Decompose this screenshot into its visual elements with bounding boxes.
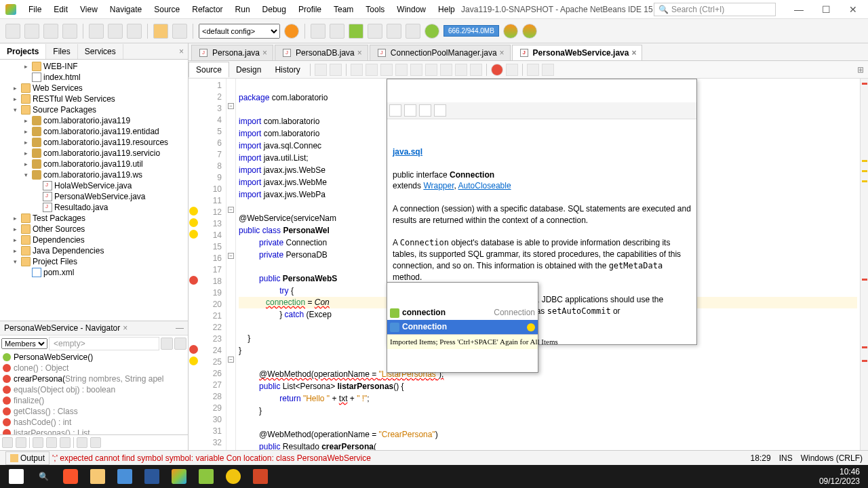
ed-tool-1[interactable] — [351, 64, 363, 76]
tab-close-icon[interactable]: × — [500, 48, 505, 58]
javadoc-package-link[interactable]: java.sql — [393, 147, 422, 157]
navigator-members-list[interactable]: PersonaWebService()clone() : Objectcrear… — [0, 352, 188, 434]
nav-tool-1[interactable] — [2, 437, 13, 448]
ed-record-macro[interactable] — [491, 64, 503, 76]
ed-nav-back[interactable] — [315, 64, 327, 76]
menu-tools[interactable]: Tools — [360, 2, 390, 17]
nav-member[interactable]: PersonaWebService() — [0, 352, 188, 363]
new-file-button[interactable] — [5, 24, 20, 39]
ed-tool-3[interactable] — [380, 64, 393, 76]
save-all-button[interactable] — [62, 24, 77, 39]
nav-member[interactable]: finalize() — [0, 395, 188, 406]
fold-gutter[interactable]: − − − − — [226, 79, 236, 450]
warning-mark[interactable] — [862, 170, 867, 172]
clean-build-button[interactable] — [330, 24, 344, 39]
task-brave[interactable] — [57, 466, 84, 487]
menu-navigate[interactable]: Navigate — [104, 2, 147, 17]
profile-button[interactable] — [387, 24, 401, 39]
menu-file[interactable]: File — [23, 2, 47, 17]
fold-toggle[interactable]: − — [228, 103, 234, 109]
minimize-button[interactable]: — — [789, 4, 808, 15]
close-panel-icon[interactable]: × — [175, 47, 188, 56]
nav-member[interactable]: hashCode() : int — [0, 417, 188, 428]
system-clock[interactable]: 10:46 09/12/2023 — [819, 467, 865, 487]
hint-bulb-icon[interactable] — [189, 357, 198, 365]
source-tab[interactable]: Source — [189, 62, 229, 77]
task-app1[interactable] — [111, 466, 138, 487]
tree-item[interactable]: ▸Java Dependencies — [0, 245, 188, 256]
open-project-button[interactable] — [43, 24, 58, 39]
fold-toggle[interactable]: − — [228, 253, 234, 259]
tree-item[interactable]: ▸com.laboratorio.java119 — [0, 115, 188, 126]
history-tab[interactable]: History — [268, 62, 307, 77]
search-button[interactable]: 🔍 — [30, 466, 57, 487]
tree-item[interactable]: ▸Other Sources — [0, 224, 188, 235]
run-button[interactable] — [349, 24, 363, 39]
hint-bulb-icon[interactable] — [189, 218, 198, 227]
undo-button[interactable] — [153, 24, 168, 39]
tree-item[interactable]: ▸Web Services — [0, 83, 188, 94]
nav-member[interactable]: clone() : Object — [0, 363, 188, 373]
design-tab[interactable]: Design — [229, 62, 268, 77]
ed-tool-2[interactable] — [366, 64, 378, 76]
hint-bulb-icon[interactable] — [189, 230, 198, 239]
menu-source[interactable]: Source — [149, 2, 185, 17]
nav-member[interactable]: listarPersonas() : List — [0, 428, 188, 434]
ed-tool-6[interactable] — [425, 64, 437, 76]
nav-tool-3[interactable] — [33, 437, 43, 448]
file-tab[interactable]: Persona.java× — [191, 45, 273, 60]
ed-tool-9[interactable] — [470, 64, 482, 76]
error-mark[interactable] — [862, 83, 867, 85]
tree-item[interactable]: ▸RESTful Web Services — [0, 94, 188, 104]
menu-edit[interactable]: Edit — [48, 2, 73, 17]
menu-debug[interactable]: Debug — [257, 2, 292, 17]
tree-item[interactable]: index.html — [0, 72, 188, 83]
error-stripe[interactable] — [860, 79, 868, 450]
navigator-filter-button[interactable] — [161, 338, 173, 350]
tree-item[interactable]: ▾com.laboratorio.java119.ws — [0, 169, 188, 180]
navigator-filter-select[interactable]: Members — [1, 338, 47, 349]
fold-toggle[interactable]: − — [228, 357, 234, 363]
nav-tool-7[interactable] — [90, 437, 101, 448]
jd-browser-button[interactable] — [434, 104, 446, 117]
tree-item[interactable]: ▸Test Packages — [0, 213, 188, 224]
nav-tool-2[interactable] — [16, 437, 26, 448]
tree-item[interactable]: ▸WEB-INF — [0, 61, 188, 72]
autocloseable-link[interactable]: AutoCloseable — [458, 181, 511, 190]
jd-back-button[interactable] — [389, 104, 401, 117]
file-tab[interactable]: PersonaDB.java× — [275, 45, 368, 60]
menu-refactor[interactable]: Refactor — [186, 2, 228, 17]
reload-button[interactable] — [406, 24, 420, 39]
task-word[interactable] — [138, 466, 165, 487]
debug-button[interactable] — [368, 24, 382, 39]
build-button[interactable] — [311, 24, 326, 39]
proj-tab-services[interactable]: Services — [78, 44, 123, 59]
editor-body[interactable]: 1234567891011121314151617181920212223242… — [189, 79, 868, 450]
gc-button[interactable] — [503, 24, 518, 39]
menu-view[interactable]: View — [75, 2, 103, 17]
menu-help[interactable]: Help — [433, 2, 460, 17]
navigator-empty-filter[interactable]: <empty> — [49, 337, 159, 350]
tree-item[interactable]: ▸Dependencies — [0, 235, 188, 245]
tab-close-icon[interactable]: × — [357, 48, 362, 58]
warning-mark[interactable] — [862, 180, 867, 182]
output-button[interactable]: Output — [5, 451, 50, 465]
nav-tool-5[interactable] — [60, 437, 71, 448]
task-app3[interactable] — [220, 466, 247, 487]
browser-button[interactable] — [284, 24, 299, 39]
code-content[interactable]: package com.laboratorio import com.labor… — [236, 79, 860, 450]
copy-button[interactable] — [108, 24, 123, 39]
jd-open-button[interactable] — [419, 104, 431, 117]
ed-tool-5[interactable] — [410, 64, 422, 76]
menu-profile[interactable]: Profile — [293, 2, 327, 17]
task-netbeans[interactable] — [165, 466, 193, 487]
error-mark[interactable] — [862, 360, 867, 362]
ed-tool-4[interactable] — [395, 64, 408, 76]
redo-button[interactable] — [172, 24, 187, 39]
navigator-close-icon[interactable]: × — [123, 323, 127, 333]
tree-item[interactable]: Resultado.java — [0, 202, 188, 213]
tree-item[interactable]: ▸com.laboratorio.java119.resources — [0, 137, 188, 148]
completion-item[interactable]: connectionConnection — [387, 306, 538, 320]
ed-tool-8[interactable] — [455, 64, 467, 76]
nav-member[interactable]: equals(Object obj) : boolean — [0, 384, 188, 395]
